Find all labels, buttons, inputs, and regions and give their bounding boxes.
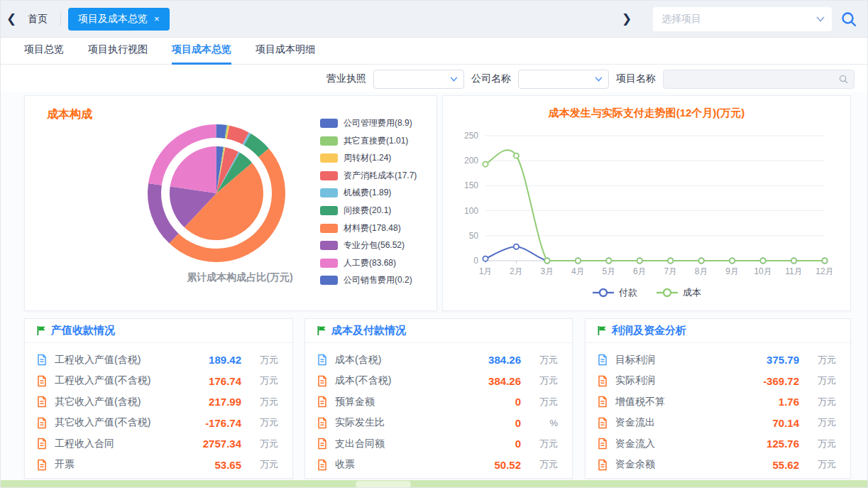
company-filter-select[interactable] bbox=[518, 70, 609, 89]
stat-label: 资金余额 bbox=[615, 458, 765, 471]
data-point[interactable] bbox=[514, 244, 519, 249]
stat-row: 工程收入产值(不含税)176.74万元 bbox=[36, 371, 278, 392]
forward-icon[interactable]: ❯ bbox=[616, 11, 637, 26]
data-point[interactable] bbox=[730, 258, 735, 263]
flag-icon bbox=[36, 325, 46, 336]
cost-composition-title: 成本构成 bbox=[47, 107, 92, 122]
pie-legend-item-8[interactable]: 人工费(83.68) bbox=[320, 257, 417, 269]
pie-legend-item-7[interactable]: 专业分包(56.52) bbox=[320, 239, 417, 251]
project-name-input[interactable] bbox=[663, 70, 855, 89]
stat-panel-title: 产值收款情况 bbox=[51, 324, 115, 337]
cost-composition-pie-chart[interactable] bbox=[131, 116, 302, 271]
stat-unit: 万元 bbox=[248, 374, 278, 387]
pie-legend-item-6[interactable]: 材料费(178.48) bbox=[320, 222, 417, 234]
stat-unit: % bbox=[528, 418, 558, 428]
x-tick-label: 7月 bbox=[664, 266, 677, 276]
x-tick-label: 12月 bbox=[815, 266, 833, 276]
stat-value: 375.79 bbox=[767, 354, 799, 366]
x-tick-label: 8月 bbox=[695, 266, 708, 276]
trend-legend-item-1[interactable]: 成本 bbox=[656, 286, 701, 299]
stat-unit: 万元 bbox=[248, 438, 278, 450]
stat-row: 支出合同额0万元 bbox=[317, 433, 558, 455]
view-tab-3[interactable]: 项目成本明细 bbox=[256, 38, 315, 65]
license-filter-select[interactable] bbox=[373, 70, 464, 89]
stat-panel-header: 利润及资金分析 bbox=[586, 319, 850, 343]
legend-swatch bbox=[320, 153, 338, 163]
legend-label: 人工费(83.68) bbox=[344, 257, 396, 269]
y-tick-label: 250 bbox=[464, 131, 478, 141]
pie-legend-item-4[interactable]: 机械费(1.89) bbox=[320, 187, 417, 199]
stat-row: 增值税不算1.76万元 bbox=[597, 391, 836, 413]
stat-row: 成本(不含税)384.26万元 bbox=[317, 371, 558, 392]
pie-legend-item-0[interactable]: 公司管理费用(8.9) bbox=[320, 117, 417, 129]
data-point[interactable] bbox=[699, 258, 704, 263]
stat-row: 成本(含税)384.26万元 bbox=[317, 349, 558, 371]
x-tick-label: 9月 bbox=[725, 266, 739, 276]
search-icon bbox=[840, 11, 857, 28]
data-point[interactable] bbox=[637, 258, 642, 263]
data-point[interactable] bbox=[514, 153, 519, 158]
stat-unit: 万元 bbox=[248, 458, 278, 471]
document-icon bbox=[36, 459, 48, 471]
legend-label: 公司管理费用(8.9) bbox=[344, 117, 412, 129]
data-point[interactable] bbox=[791, 258, 796, 263]
stat-label: 其它收入产值(不含税) bbox=[55, 416, 198, 429]
data-point[interactable] bbox=[483, 162, 488, 167]
pie-legend-item-5[interactable]: 间接费(20.1) bbox=[320, 205, 417, 217]
cost-composition-panel: 成本构成 累计成本构成占比(万元) 公司管理费用(8.9)其它直接费(1.01)… bbox=[24, 95, 437, 311]
horizontal-scrollbar[interactable] bbox=[1, 480, 867, 488]
line-marker-icon bbox=[656, 288, 679, 298]
data-point[interactable] bbox=[576, 258, 581, 263]
document-icon bbox=[597, 459, 608, 471]
view-tab-0[interactable]: 项目总览 bbox=[24, 38, 64, 65]
stat-value: 189.42 bbox=[209, 354, 241, 366]
document-icon bbox=[597, 354, 608, 366]
document-icon bbox=[317, 459, 328, 471]
y-tick-label: 200 bbox=[464, 156, 478, 166]
data-point[interactable] bbox=[544, 258, 549, 263]
stat-row: 实际利润-369.72万元 bbox=[597, 371, 836, 392]
stat-value: 0 bbox=[515, 438, 521, 450]
y-tick-label: 50 bbox=[469, 231, 479, 241]
legend-swatch bbox=[320, 206, 338, 215]
chevron-down-icon bbox=[595, 77, 603, 82]
stat-label: 工程收入产值(含税) bbox=[55, 354, 202, 367]
stat-row: 其它收入产值(含税)217.99万元 bbox=[36, 391, 278, 413]
legend-swatch bbox=[320, 276, 338, 285]
chevron-down-icon bbox=[816, 16, 825, 22]
legend-label: 资产消耗成本(17.7) bbox=[344, 170, 417, 182]
y-tick-label: 100 bbox=[464, 206, 478, 216]
open-tab-project-cost-overview[interactable]: 项目及成本总览 × bbox=[68, 8, 170, 31]
view-tab-2[interactable]: 项目成本总览 bbox=[172, 38, 231, 65]
stat-value: 217.99 bbox=[209, 396, 241, 408]
data-point[interactable] bbox=[606, 258, 611, 263]
trend-chart-title: 成本发生与实际支付走势图(12个月)(万元) bbox=[443, 107, 850, 120]
home-link[interactable]: 首页 bbox=[22, 13, 60, 26]
pie-legend-item-1[interactable]: 其它直接费(1.01) bbox=[320, 135, 417, 147]
pie-legend-item-2[interactable]: 周转材(1.24) bbox=[320, 152, 417, 164]
stat-value: 2757.34 bbox=[203, 438, 241, 450]
document-icon bbox=[36, 438, 48, 450]
y-tick-label: 150 bbox=[464, 180, 478, 190]
document-icon bbox=[36, 375, 48, 387]
search-button[interactable] bbox=[840, 11, 857, 28]
project-select[interactable]: 选择项目 bbox=[653, 7, 832, 31]
data-point[interactable] bbox=[822, 258, 827, 263]
output-collection-panel: 产值收款情况工程收入产值(含税)189.42万元工程收入产值(不含税)176.7… bbox=[24, 318, 293, 479]
close-icon[interactable]: × bbox=[154, 13, 160, 24]
x-tick-label: 2月 bbox=[510, 266, 523, 276]
data-point[interactable] bbox=[483, 256, 488, 261]
scrollbar-thumb[interactable] bbox=[356, 481, 411, 488]
data-point[interactable] bbox=[760, 258, 765, 263]
back-icon[interactable]: ❮ bbox=[1, 11, 22, 26]
cost-payment-trend-panel: 成本发生与实际支付走势图(12个月)(万元) 0501001502002501月… bbox=[442, 95, 851, 311]
stat-value: 384.26 bbox=[488, 354, 521, 366]
pie-legend-item-9[interactable]: 公司销售费用(0.2) bbox=[320, 274, 417, 286]
stat-unit: 万元 bbox=[528, 396, 558, 408]
trend-line-chart[interactable]: 0501001502002501月2月3月4月5月6月7月8月9月10月11月1… bbox=[443, 127, 852, 281]
legend-label: 机械费(1.89) bbox=[344, 187, 391, 199]
trend-legend-item-0[interactable]: 付款 bbox=[592, 286, 637, 299]
pie-legend-item-3[interactable]: 资产消耗成本(17.7) bbox=[320, 170, 417, 182]
data-point[interactable] bbox=[668, 258, 673, 263]
view-tab-1[interactable]: 项目执行视图 bbox=[88, 38, 148, 65]
